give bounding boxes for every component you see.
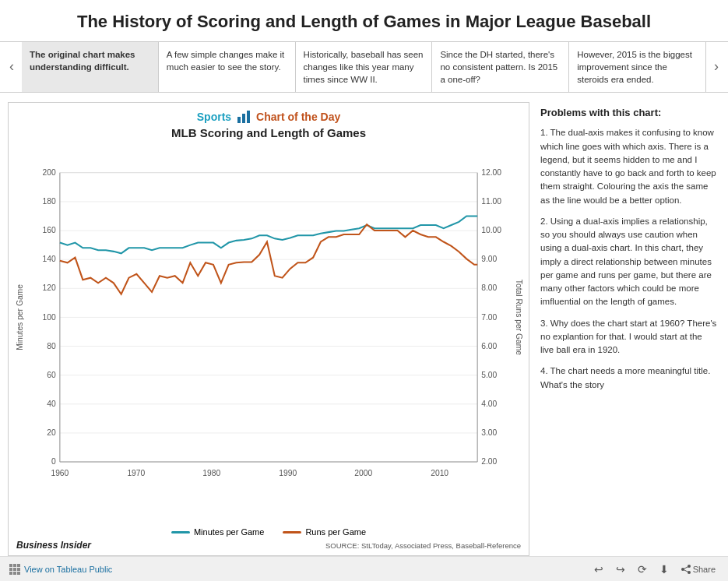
title-area: The History of Scoring and Length of Gam… bbox=[0, 0, 728, 41]
nav-arrow-left[interactable]: ‹ bbox=[3, 42, 20, 92]
legend-line-runs bbox=[283, 531, 301, 533]
problem-1: 1. The dual-axis makes it confusing to k… bbox=[540, 126, 717, 207]
grid-icon bbox=[9, 564, 20, 575]
legend-item-minutes: Minutes per Game bbox=[171, 527, 264, 537]
svg-line-59 bbox=[683, 569, 689, 572]
svg-rect-47 bbox=[13, 564, 16, 567]
svg-rect-49 bbox=[9, 568, 12, 571]
svg-line-58 bbox=[683, 566, 689, 569]
svg-rect-50 bbox=[13, 568, 16, 571]
svg-text:160: 160 bbox=[43, 226, 56, 234]
svg-text:8.00: 8.00 bbox=[481, 283, 497, 292]
svg-text:5.00: 5.00 bbox=[481, 371, 497, 379]
svg-text:120: 120 bbox=[43, 283, 56, 292]
legend-item-runs: Runs per Game bbox=[283, 527, 366, 537]
legend-label-minutes: Minutes per Game bbox=[194, 527, 264, 537]
sports-label: Sports bbox=[197, 111, 231, 123]
main-container: The History of Scoring and Length of Gam… bbox=[0, 0, 728, 581]
svg-text:80: 80 bbox=[47, 342, 56, 350]
svg-text:9.00: 9.00 bbox=[481, 255, 497, 263]
undo-button[interactable]: ↩ bbox=[591, 562, 607, 577]
svg-text:2010: 2010 bbox=[431, 468, 448, 477]
chart-title: MLB Scoring and Length of Games bbox=[12, 126, 526, 139]
download-button[interactable]: ⬇ bbox=[656, 562, 672, 577]
svg-rect-54 bbox=[17, 572, 20, 575]
nav-tabs: ‹ The original chart makes understanding… bbox=[0, 41, 728, 93]
revert-button[interactable]: ⟳ bbox=[635, 562, 650, 577]
legend-label-runs: Runs per Game bbox=[305, 527, 366, 537]
left-axis-label: Minutes per Game bbox=[16, 284, 24, 350]
share-label: Share bbox=[693, 565, 716, 574]
tab-item-5[interactable]: However, 2015 is the biggest improvement… bbox=[569, 42, 706, 92]
share-icon bbox=[681, 565, 691, 574]
view-label[interactable]: View on Tableau Public bbox=[24, 565, 112, 574]
svg-text:1970: 1970 bbox=[127, 468, 145, 477]
svg-rect-52 bbox=[9, 572, 12, 575]
problem-3: 3. Why does the chart start at 1960? The… bbox=[540, 317, 717, 357]
svg-text:60: 60 bbox=[47, 371, 56, 379]
chart-container: Sports Chart of the Day MLB Scoring and … bbox=[8, 102, 529, 556]
chart-footer: Business Insider SOURCE: StLToday, Assoc… bbox=[12, 538, 526, 552]
svg-text:200: 200 bbox=[43, 168, 56, 177]
problems-heading: Problems with this chart: bbox=[540, 105, 717, 121]
svg-rect-2 bbox=[247, 111, 250, 123]
bottom-bar-right: ↩ ↪ ⟳ ⬇ Share bbox=[591, 562, 719, 577]
svg-text:3.00: 3.00 bbox=[481, 428, 497, 437]
right-axis-label: Total Runs per Game bbox=[515, 280, 523, 356]
share-button[interactable]: Share bbox=[678, 563, 719, 576]
bottom-bar-left: View on Tableau Public bbox=[9, 564, 112, 575]
svg-text:180: 180 bbox=[43, 197, 56, 206]
svg-text:6.00: 6.00 bbox=[481, 342, 497, 350]
svg-text:40: 40 bbox=[47, 400, 56, 408]
chart-svg: 0 20 40 60 80 100 120 140 160 180 200 Mi… bbox=[12, 143, 526, 524]
svg-text:2.00: 2.00 bbox=[481, 457, 497, 466]
chart-of-day-icon bbox=[236, 109, 251, 125]
redo-button[interactable]: ↪ bbox=[613, 562, 628, 577]
svg-rect-51 bbox=[17, 568, 20, 571]
svg-text:0: 0 bbox=[51, 457, 56, 466]
legend-line-minutes bbox=[171, 531, 190, 533]
svg-rect-46 bbox=[9, 564, 12, 567]
problem-2: 2. Using a dual-axis implies a relations… bbox=[540, 215, 717, 309]
tab-item-3[interactable]: Historically, baseball has seen changes … bbox=[296, 42, 433, 92]
svg-text:2000: 2000 bbox=[354, 468, 372, 477]
svg-text:4.00: 4.00 bbox=[481, 400, 497, 408]
page-title: The History of Scoring and Length of Gam… bbox=[47, 11, 681, 33]
chart-svg-area: 0 20 40 60 80 100 120 140 160 180 200 Mi… bbox=[12, 143, 526, 524]
svg-text:100: 100 bbox=[43, 312, 56, 321]
cotd-label: Chart of the Day bbox=[256, 111, 340, 123]
tab-item-2[interactable]: A few simple changes make it much easier… bbox=[159, 42, 296, 92]
svg-text:140: 140 bbox=[43, 255, 56, 263]
svg-text:7.00: 7.00 bbox=[481, 312, 497, 321]
svg-rect-53 bbox=[13, 572, 16, 575]
svg-text:1990: 1990 bbox=[279, 468, 297, 477]
svg-text:12.00: 12.00 bbox=[481, 168, 501, 177]
tab-item-1[interactable]: The original chart makes understanding d… bbox=[22, 42, 159, 92]
nav-arrow-right[interactable]: › bbox=[708, 42, 725, 92]
svg-rect-48 bbox=[17, 564, 20, 567]
right-panel: Problems with this chart: 1. The dual-ax… bbox=[536, 102, 720, 556]
footer-source: SOURCE: StLToday, Associated Press, Base… bbox=[325, 541, 521, 550]
svg-text:1960: 1960 bbox=[51, 468, 69, 477]
bottom-bar: View on Tableau Public ↩ ↪ ⟳ ⬇ Share bbox=[0, 556, 728, 581]
problem-4: 4. The chart needs a more meaningful tit… bbox=[540, 364, 717, 392]
svg-text:1980: 1980 bbox=[202, 468, 220, 477]
content-area: Sports Chart of the Day MLB Scoring and … bbox=[0, 93, 728, 556]
svg-text:11.00: 11.00 bbox=[481, 197, 501, 206]
chart-legend: Minutes per Game Runs per Game bbox=[12, 524, 526, 538]
svg-text:20: 20 bbox=[47, 428, 56, 437]
svg-text:10.00: 10.00 bbox=[481, 226, 501, 234]
footer-brand: Business Insider bbox=[16, 540, 91, 551]
svg-rect-1 bbox=[242, 114, 245, 123]
tab-item-4[interactable]: Since the DH started, there's no consist… bbox=[432, 42, 569, 92]
chart-header: Sports Chart of the Day bbox=[12, 109, 526, 125]
svg-rect-0 bbox=[237, 117, 241, 123]
